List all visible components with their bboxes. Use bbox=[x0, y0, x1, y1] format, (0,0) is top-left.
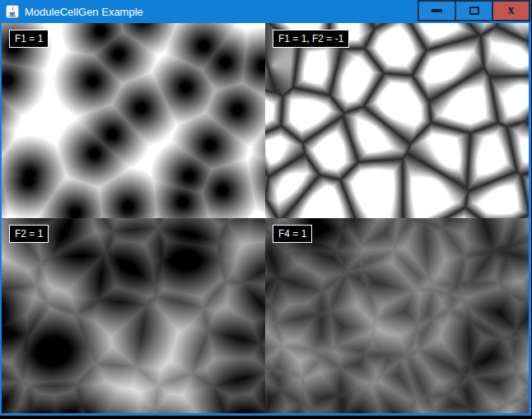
minimize-icon bbox=[432, 9, 442, 12]
noise-render-grid: F1 = 1 F1 = 1, F2 = -1 F2 = 1 F4 = 1 bbox=[2, 23, 529, 413]
window-frame: F1 = 1 F1 = 1, F2 = -1 F2 = 1 F4 = 1 bbox=[0, 23, 531, 416]
minimize-button[interactable] bbox=[418, 0, 456, 21]
maximize-button[interactable] bbox=[455, 0, 493, 21]
quadrant-f1: F1 = 1 bbox=[2, 23, 265, 218]
maximize-icon bbox=[469, 7, 479, 15]
app-window: ModuleCellGen Example x F1 = 1 F1 = 1, F… bbox=[0, 0, 531, 416]
noise-canvas-f1 bbox=[2, 23, 265, 218]
titlebar[interactable]: ModuleCellGen Example x bbox=[0, 0, 531, 23]
window-controls: x bbox=[418, 0, 530, 21]
quadrant-f2: F2 = 1 bbox=[2, 218, 265, 413]
noise-canvas-f1f2 bbox=[265, 23, 529, 218]
quadrant-f4: F4 = 1 bbox=[265, 218, 529, 413]
quadrant-f1f2: F1 = 1, F2 = -1 bbox=[265, 23, 529, 218]
noise-canvas-f2 bbox=[2, 218, 265, 413]
window-title: ModuleCellGen Example bbox=[25, 6, 143, 18]
close-button[interactable]: x bbox=[492, 0, 530, 21]
label-tag-f2: F2 = 1 bbox=[9, 225, 49, 243]
label-tag-f1f2: F1 = 1, F2 = -1 bbox=[273, 30, 349, 48]
close-x-icon: x bbox=[508, 3, 515, 16]
noise-canvas-f4 bbox=[265, 218, 529, 413]
label-tag-f1: F1 = 1 bbox=[9, 30, 49, 48]
java-coffee-cup-icon bbox=[6, 5, 19, 18]
label-tag-f4: F4 = 1 bbox=[273, 225, 312, 243]
